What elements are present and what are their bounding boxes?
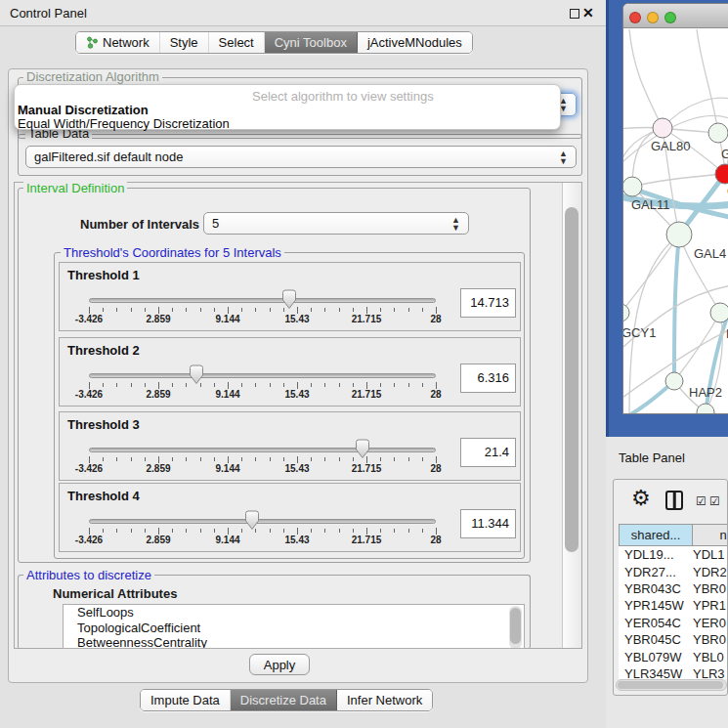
cell-name[interactable]: YPR1 xyxy=(693,598,728,613)
slider-tick-label: 28 xyxy=(430,463,441,474)
threshold-slider-thumb[interactable] xyxy=(281,289,297,310)
float-icon[interactable] xyxy=(570,9,579,19)
threshold-label: Threshold 2 xyxy=(67,343,140,358)
slider-tick xyxy=(339,383,340,387)
cell-shared-name[interactable]: YLR345W xyxy=(619,666,693,679)
cell-name[interactable]: YBR0 xyxy=(693,632,728,647)
cell-name[interactable]: YDL1 xyxy=(693,547,728,562)
tab-impute-data[interactable]: Impute Data xyxy=(141,690,231,710)
number-of-intervals-combobox[interactable]: 5 ▲▼ xyxy=(203,212,469,235)
network-node-label: GAL4 xyxy=(694,246,726,261)
network-icon xyxy=(86,36,99,49)
column-header-name[interactable]: na xyxy=(693,524,728,546)
threshold-value-field[interactable]: 14.713 xyxy=(460,288,516,318)
split-columns-icon[interactable] xyxy=(665,491,683,510)
popup-item-manual-discretization[interactable]: Manual Discretization xyxy=(18,103,149,117)
table-row[interactable]: YBL079WYBL0 xyxy=(619,648,728,664)
network-node[interactable] xyxy=(697,404,714,414)
tab-discretize-data[interactable]: Discretize Data xyxy=(231,690,337,710)
network-node[interactable] xyxy=(710,303,728,322)
slider-tick xyxy=(422,457,423,461)
cell-name[interactable]: YBL0 xyxy=(693,650,728,664)
table-row[interactable]: YBR043CYBR0 xyxy=(619,580,728,597)
popup-item-equal-width-frequency[interactable]: Equal Width/Frequency Discretization xyxy=(18,116,230,131)
apply-button[interactable]: Apply xyxy=(249,654,310,675)
attribute-list-item[interactable]: SelfLoops xyxy=(64,605,524,621)
network-canvas[interactable]: GAL80GACGAL11GAL4GCY1HHAP2 xyxy=(623,29,728,414)
tab-select[interactable]: Select xyxy=(209,32,265,53)
tab-infer-network[interactable]: Infer Network xyxy=(337,690,432,710)
network-graph xyxy=(623,29,728,414)
network-edge[interactable] xyxy=(632,174,725,187)
close-icon[interactable]: ✕ xyxy=(582,5,594,21)
mac-minimize-button[interactable] xyxy=(647,12,659,23)
combo-stepper-icon: ▲▼ xyxy=(559,150,568,165)
cell-shared-name[interactable]: YER054C xyxy=(619,616,693,630)
main-scrollbar-thumb[interactable] xyxy=(565,207,578,552)
threshold-slider-track[interactable] xyxy=(89,519,436,524)
table-hscrollbar-thumb[interactable] xyxy=(618,681,723,689)
network-node[interactable] xyxy=(666,222,692,247)
threshold-slider-thumb[interactable] xyxy=(189,364,204,385)
slider-tick xyxy=(366,382,367,389)
mac-close-button[interactable] xyxy=(629,12,641,23)
network-node[interactable] xyxy=(708,123,728,143)
slider-tick xyxy=(200,308,201,312)
cell-name[interactable]: YDR2 xyxy=(693,565,728,579)
gear-icon[interactable]: ⚙ xyxy=(631,486,651,511)
table-hscrollbar-track[interactable] xyxy=(616,679,727,691)
tab-jactivemnodules[interactable]: jActiveMNodules xyxy=(358,32,472,53)
cell-shared-name[interactable]: YBR045C xyxy=(619,632,693,647)
threshold-slider-track[interactable] xyxy=(89,373,436,378)
numerical-attributes-header: Numerical Attributes xyxy=(53,586,177,601)
threshold-slider-thumb[interactable] xyxy=(355,439,370,459)
network-node[interactable] xyxy=(653,118,672,138)
slider-tick xyxy=(422,529,423,533)
cell-name[interactable]: YLR3 xyxy=(693,666,728,679)
attribute-list-item[interactable]: BetweennessCentrality xyxy=(64,635,524,649)
cell-name[interactable]: YER0 xyxy=(693,616,728,630)
popup-hint: Select algorithm to view settings xyxy=(252,89,434,104)
checkbox-icon[interactable]: ☑ xyxy=(709,494,720,508)
slider-tick xyxy=(103,457,104,461)
threshold-slider-track[interactable] xyxy=(89,448,436,452)
threshold-slider-thumb[interactable] xyxy=(244,510,260,531)
cell-shared-name[interactable]: YPR145W xyxy=(619,598,693,613)
table-row[interactable]: YPR145WYPR1 xyxy=(619,597,728,614)
cell-shared-name[interactable]: YBR043C xyxy=(619,581,693,596)
threshold-value-field[interactable]: 11.344 xyxy=(460,509,516,538)
cell-shared-name[interactable]: YDR27... xyxy=(619,565,693,579)
table-row[interactable]: YBR045CYBR0 xyxy=(619,631,728,648)
threshold-slider-track[interactable] xyxy=(89,298,436,303)
network-node[interactable] xyxy=(665,372,683,390)
network-edge[interactable] xyxy=(629,29,663,128)
table-row[interactable]: YDL19...YDL1 xyxy=(619,546,728,563)
network-edge[interactable] xyxy=(623,235,679,315)
network-view-window[interactable]: GAL80GACGAL11GAL4GCY1HHAP2 xyxy=(622,3,728,414)
cell-name[interactable]: YBR0 xyxy=(693,581,728,596)
slider-tick xyxy=(311,457,312,461)
table-data-combobox[interactable]: galFiltered.sif default node ▲▼ xyxy=(25,146,577,168)
tab-network[interactable]: Network xyxy=(76,32,160,53)
numerical-attributes-list[interactable]: SelfLoopsTopologicalCoefficientBetweenne… xyxy=(63,604,525,649)
tab-cyni-toolbox[interactable]: Cyni Toolbox xyxy=(265,32,358,53)
attribute-list-item[interactable]: TopologicalCoefficient xyxy=(64,621,524,636)
slider-tick xyxy=(366,307,367,314)
column-header-shared-name[interactable]: shared... xyxy=(619,524,693,546)
slider-tick xyxy=(394,383,395,387)
tab-style[interactable]: Style xyxy=(160,32,209,53)
cell-shared-name[interactable]: YBL079W xyxy=(619,650,693,664)
network-window-titlebar[interactable] xyxy=(623,4,728,28)
table-row[interactable]: YLR345WYLR3 xyxy=(619,665,728,679)
checkbox-icon[interactable]: ☑ xyxy=(696,494,707,508)
table-row[interactable]: YDR27...YDR2 xyxy=(619,563,728,579)
threshold-value-field[interactable]: 21.4 xyxy=(460,438,516,467)
attributes-scrollbar-thumb[interactable] xyxy=(510,608,521,644)
cell-shared-name[interactable]: YDL19... xyxy=(619,547,693,562)
network-node[interactable] xyxy=(623,304,629,321)
threshold-value-field[interactable]: 6.316 xyxy=(460,364,516,393)
network-node[interactable] xyxy=(623,177,642,196)
attributes-group-label: Attributes to discretize xyxy=(23,569,154,581)
mac-zoom-button[interactable] xyxy=(664,12,676,23)
table-row[interactable]: YER054CYER0 xyxy=(619,615,728,631)
